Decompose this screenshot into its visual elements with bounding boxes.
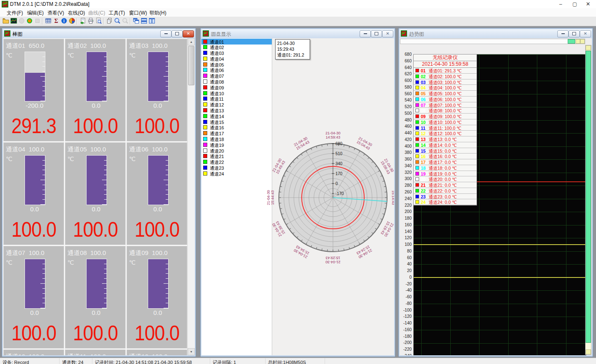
toolbar-button-zoom-in[interactable]	[114, 17, 122, 25]
menu-item-3[interactable]: 在线(O)	[65, 9, 87, 17]
legend-color-swatch	[415, 97, 419, 101]
menu-item-6[interactable]: 窗口(W)	[127, 9, 149, 17]
legend-entry-21: 21通道21: 0.0 ℃	[414, 182, 477, 188]
disc-list-item-通道01[interactable]: 通道01	[201, 39, 272, 45]
legend-channel-number: 10	[421, 120, 426, 125]
toolbar-button-record[interactable]	[26, 17, 34, 25]
polar-radial-label: 170	[335, 171, 343, 176]
disc-list-item-通道04[interactable]: 通道04	[201, 56, 272, 62]
gauge-tick	[164, 76, 168, 77]
disc-list-item-通道05[interactable]: 通道05	[201, 62, 272, 67]
trend-v-scroll-up-button[interactable]	[586, 45, 591, 50]
disc-list-item-通道19[interactable]: 通道19	[201, 142, 272, 148]
toolbar-button-open-folder[interactable]	[2, 17, 10, 25]
tooltip-value: 通道01: 291.2	[277, 52, 308, 58]
menu-item-1[interactable]: 编辑(E)	[25, 9, 46, 17]
toolbar-button-copy[interactable]	[106, 17, 114, 25]
disc-list-item-通道02[interactable]: 通道02	[201, 45, 272, 50]
trend-y-tick-label: 500	[401, 111, 412, 116]
polar-time-label: 21-04-3015:14:43	[391, 190, 394, 205]
gauge-tick	[164, 180, 168, 180]
bar-window-title-bar[interactable]: 棒图 ✕	[3, 29, 195, 38]
disc-list-item-通道24[interactable]: 通道24	[201, 171, 272, 176]
disc-window-close-button[interactable]: ✕	[382, 30, 393, 37]
disc-list-item-通道16[interactable]: 通道16	[201, 125, 272, 131]
bar-window-scrollbar[interactable]: ▲ ▼	[187, 38, 195, 355]
bar-window-restore-button[interactable]	[171, 30, 183, 37]
trend-h-scroll-right-button[interactable]	[580, 39, 585, 44]
disc-list-item-通道20[interactable]: 通道20	[201, 148, 272, 154]
legend-channel-number: 12	[421, 131, 426, 136]
menu-item-0[interactable]: 文件(F)	[4, 9, 25, 17]
toolbar-button-info[interactable]: i	[61, 17, 68, 25]
trend-gridline-h	[414, 330, 587, 330]
bar-scrollbar-thumb[interactable]	[188, 46, 194, 85]
disc-window-minimize-button[interactable]	[360, 30, 371, 37]
disc-list-item-通道08[interactable]: 通道08	[201, 79, 272, 85]
toolbar-button-tile-vertical[interactable]	[149, 17, 156, 25]
trend-y-tick-label: 680	[401, 52, 412, 57]
bar-window-minimize-button[interactable]	[160, 30, 171, 37]
toolbar-button-pie-chart[interactable]	[69, 17, 76, 25]
legend-entry-08: 08通道08: 100.0 ℃	[414, 108, 477, 114]
gauge-tick	[104, 264, 107, 264]
disc-list-item-通道13[interactable]: 通道13	[201, 108, 272, 114]
bar-window-close-button[interactable]: ✕	[183, 30, 194, 37]
disc-list-item-通道06[interactable]: 通道06	[201, 67, 272, 73]
disc-list-item-通道10[interactable]: 通道10	[201, 90, 272, 96]
range-max: 100.0	[90, 42, 106, 49]
menu-item-7[interactable]: 帮助(H)	[147, 9, 169, 17]
toolbar-button-export[interactable]	[79, 17, 87, 25]
toolbar-button-trend-logo[interactable]	[10, 17, 18, 25]
trend-h-scrollbar-thumb[interactable]	[568, 39, 575, 44]
disc-list-item-通道17[interactable]: 通道17	[201, 131, 272, 136]
scroll-down-icon[interactable]: ▼	[188, 348, 195, 355]
disc-list-item-通道21[interactable]: 通道21	[201, 154, 272, 159]
trend-v-scrollbar-thumb[interactable]	[586, 51, 591, 343]
disc-list-item-通道23[interactable]: 通道23	[201, 165, 272, 171]
channel-value: 100.0	[65, 114, 125, 138]
bar-gauge	[148, 259, 169, 309]
gauge-tick	[166, 86, 168, 87]
trend-window-close-button[interactable]: ✕	[580, 30, 591, 37]
trend-v-scrollbar[interactable]	[585, 45, 591, 355]
app-minimize-button[interactable]: –	[554, 0, 568, 8]
toolbar-button-cascade-windows[interactable]	[133, 17, 140, 25]
trend-h-scrollbar[interactable]	[400, 39, 585, 44]
disc-list-item-通道18[interactable]: 通道18	[201, 136, 272, 142]
disc-list-item-通道03[interactable]: 通道03	[201, 50, 272, 56]
range-max: 100.0	[152, 146, 168, 153]
app-close-button[interactable]: ✕	[581, 0, 595, 8]
disc-list-item-通道22[interactable]: 通道22	[201, 159, 272, 165]
app-maximize-button[interactable]: ▢	[568, 0, 582, 8]
menu-item-5[interactable]: 工具(T)	[106, 9, 127, 17]
gauge-tick	[42, 278, 45, 279]
info-icon: i	[61, 17, 67, 24]
legend-channel-number: 13	[421, 137, 426, 142]
legend-entry-20: 20通道20: 0.0 ℃	[414, 176, 477, 182]
toolbar-button-sigma[interactable]: Σ	[53, 17, 60, 25]
menu-item-2[interactable]: 查看(V)	[45, 9, 67, 17]
disc-list-item-通道11[interactable]: 通道11	[201, 96, 272, 102]
trend-v-scroll-down-button[interactable]	[586, 349, 591, 354]
trend-h-scroll-left-button[interactable]	[576, 39, 580, 44]
trend-window-minimize-button[interactable]	[557, 30, 569, 37]
toolbar-button-table[interactable]	[45, 17, 52, 25]
disc-list-item-通道14[interactable]: 通道14	[201, 113, 272, 119]
trend-window-restore-button[interactable]	[569, 30, 580, 37]
trend-y-tick-label: 640	[401, 65, 412, 70]
disc-window-title-bar[interactable]: 圆盘显示 ✕	[201, 29, 394, 38]
gauge-tick	[42, 86, 45, 87]
unit-label: ℃	[6, 259, 12, 266]
trend-window-title-bar[interactable]: 趋势图 ✕	[400, 29, 592, 38]
scroll-up-icon[interactable]: ▲	[188, 38, 195, 45]
disc-list-item-通道09[interactable]: 通道09	[201, 84, 272, 90]
disc-list-item-通道15[interactable]: 通道15	[201, 119, 272, 125]
disc-window-restore-button[interactable]	[371, 30, 382, 37]
disc-list-item-通道07[interactable]: 通道07	[201, 73, 272, 79]
toolbar-button-print[interactable]	[87, 17, 95, 25]
toolbar-button-print-preview[interactable]	[95, 17, 103, 25]
disc-list-item-通道12[interactable]: 通道12	[201, 102, 272, 108]
trend-y-tick-label: -20	[401, 282, 412, 286]
toolbar-button-tile-horizontal[interactable]	[141, 17, 148, 25]
